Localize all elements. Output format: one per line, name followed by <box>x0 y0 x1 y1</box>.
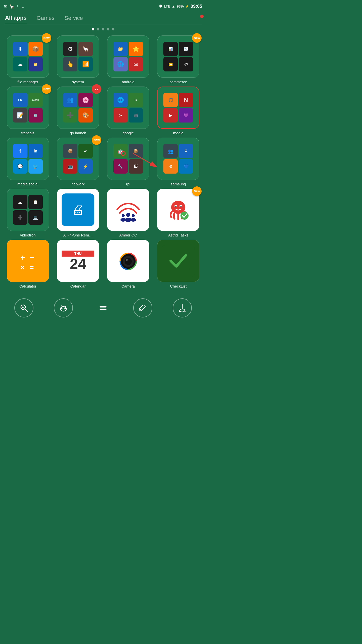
app-icon-commerce: New 📊 📉 💳 🏷 <box>157 35 199 78</box>
svg-point-3 <box>122 214 125 217</box>
broom-btn[interactable] <box>173 298 192 317</box>
mail-icon: ✉ <box>4 4 7 9</box>
num-badge-go-launch: 77 <box>92 84 101 94</box>
app-item-media-social[interactable]: f in 💬 🐦 media social <box>4 138 52 186</box>
svg-point-31 <box>62 308 63 309</box>
svg-text:−: − <box>30 253 34 262</box>
svg-text:×: × <box>20 263 24 271</box>
svg-point-32 <box>64 308 65 309</box>
app-icon-network: New 📦 ✔ 📺 ⚡ <box>57 138 99 180</box>
app-label-rpi: rpi <box>126 182 130 186</box>
app-label-calculator: Calculator <box>19 284 36 288</box>
app-icon-videotron: ☁ 📋 ➕ 💻 <box>7 189 49 231</box>
status-right: ✱ LTE ▲ 93% ⚡ 09:05 <box>159 4 202 9</box>
app-item-google[interactable]: 🌐 G G+ 📹 google <box>104 87 152 135</box>
more-icon: … <box>20 4 24 9</box>
app-icon-calculator: + − × = <box>7 240 49 282</box>
app-icon-media-social: f in 💬 🐦 <box>7 138 49 180</box>
tab-service[interactable]: Service <box>65 15 83 24</box>
app-item-francais[interactable]: New FR CONJ 📝 🔤 francais <box>4 87 52 135</box>
svg-point-5 <box>132 214 135 217</box>
charging-icon: ⚡ <box>185 5 189 8</box>
app-icon-go-launch: 77 👥 🌸 ➕ 🎨 <box>57 87 99 129</box>
time-display: 09:05 <box>191 4 202 9</box>
bluetooth-icon: ✱ <box>159 4 162 9</box>
app-label-media-social: media social <box>17 182 38 186</box>
svg-point-22 <box>126 259 128 261</box>
svg-point-1 <box>126 213 130 217</box>
android-btn[interactable] <box>54 298 73 317</box>
menu-btn[interactable] <box>94 298 113 317</box>
status-bar: ✉ 🦙 ♪ … ✱ LTE ▲ 93% ⚡ 09:05 <box>0 0 206 13</box>
app-item-media[interactable]: 🎵 N ▶ 💜 media <box>155 87 202 135</box>
app-item-videotron[interactable]: ☁ 📋 ➕ 💻 videotron <box>4 189 52 237</box>
app-label-calendar: Calendar <box>70 284 86 288</box>
svg-line-38 <box>140 309 141 310</box>
nav-tabs: All apps Games Service <box>0 13 206 24</box>
app-item-all-in-one[interactable]: 🖨 All-in-One Rem… <box>54 189 102 237</box>
app-item-amber-qc[interactable]: Amber QC <box>104 189 152 237</box>
svg-line-28 <box>25 309 27 311</box>
app-icon-media: 🎵 N ▶ 💜 <box>157 87 199 129</box>
app-icon-google: 🌐 G G+ 📹 <box>107 87 149 129</box>
app-item-rpi[interactable]: 🤖 📦 🔧 🖼 rpi <box>104 138 152 186</box>
page-dots <box>0 24 206 33</box>
signal-icon: ▲ <box>172 4 175 8</box>
app-icon-checklist <box>157 240 199 282</box>
svg-line-43 <box>185 310 185 312</box>
app-item-samsung[interactable]: 👥 🎙 ⚙ 💙 samsung <box>155 138 202 186</box>
svg-point-12 <box>180 206 182 207</box>
new-badge-commerce: New <box>192 33 202 43</box>
app-label-astrid-tasks: Astrid Tasks <box>168 233 189 237</box>
app-item-astrid-tasks[interactable]: New <box>155 189 202 237</box>
app-item-commerce[interactable]: New 📊 📉 💳 🏷 commerce <box>155 35 202 84</box>
app-icon-system: ⚙ 🦙 👆 📶 <box>57 35 99 78</box>
app-icon-samsung: 👥 🎙 ⚙ 💙 <box>157 138 199 180</box>
app-item-file-manager[interactable]: New ⬇ 📦 ☁ 📁 file manager <box>4 35 52 84</box>
svg-point-21 <box>125 258 132 265</box>
app-item-go-launch[interactable]: 77 👥 🌸 ➕ 🎨 go launch <box>54 87 102 135</box>
app-grid: New ⬇ 📦 ☁ 📁 file manager ⚙ 🦙 👆 📶 <box>0 33 206 291</box>
app-item-calendar[interactable]: THU 24 Calendar <box>54 240 102 288</box>
dot-1[interactable] <box>92 28 94 30</box>
app-label-videotron: videotron <box>20 233 36 237</box>
svg-text:=: = <box>30 263 34 271</box>
app-item-network[interactable]: New 📦 ✔ 📺 ⚡ network <box>54 138 102 186</box>
app-label-file-manager: file manager <box>17 80 38 84</box>
app-item-calculator[interactable]: + − × = Calculator <box>4 240 52 288</box>
llama-icon: 🦙 <box>9 4 14 9</box>
new-badge-francais: New <box>42 84 51 94</box>
app-item-camera[interactable]: Camera <box>104 240 152 288</box>
search-btn[interactable]: A <box>14 298 33 317</box>
dot-3[interactable] <box>102 28 104 30</box>
app-label-go-launch: go launch <box>70 131 86 135</box>
service-notification-dot <box>200 15 204 18</box>
app-item-checklist[interactable]: CheckList <box>155 240 202 288</box>
app-item-android[interactable]: 📁 ⭐ 🌐 ✉ android <box>104 35 152 84</box>
tab-games[interactable]: Games <box>37 15 55 24</box>
app-item-system[interactable]: ⚙ 🦙 👆 📶 system <box>54 35 102 84</box>
app-icon-francais: New FR CONJ 📝 🔤 <box>7 87 49 129</box>
app-label-google: google <box>122 131 134 135</box>
svg-text:+: + <box>20 253 25 262</box>
music-icon: ♪ <box>16 4 18 9</box>
app-label-camera: Camera <box>121 284 135 288</box>
app-label-commerce: commerce <box>169 80 187 84</box>
app-icon-calendar: THU 24 <box>57 240 99 282</box>
status-left: ✉ 🦙 ♪ … <box>4 4 24 9</box>
app-label-all-in-one: All-in-One Rem… <box>63 233 93 237</box>
svg-point-13 <box>180 212 189 220</box>
svg-line-41 <box>179 310 180 312</box>
svg-point-4 <box>120 218 126 222</box>
dot-4[interactable] <box>107 28 109 30</box>
bottom-toolbar: A <box>0 293 206 325</box>
new-badge-astrid-tasks: New <box>192 186 202 196</box>
dot-2[interactable] <box>97 28 99 30</box>
app-icon-camera <box>107 240 149 282</box>
dot-5[interactable] <box>112 28 114 30</box>
app-label-system: system <box>72 80 84 84</box>
svg-point-40 <box>180 309 185 312</box>
wrench-btn[interactable] <box>133 298 152 317</box>
app-icon-amber-qc <box>107 189 149 231</box>
tab-all-apps[interactable]: All apps <box>5 15 27 24</box>
